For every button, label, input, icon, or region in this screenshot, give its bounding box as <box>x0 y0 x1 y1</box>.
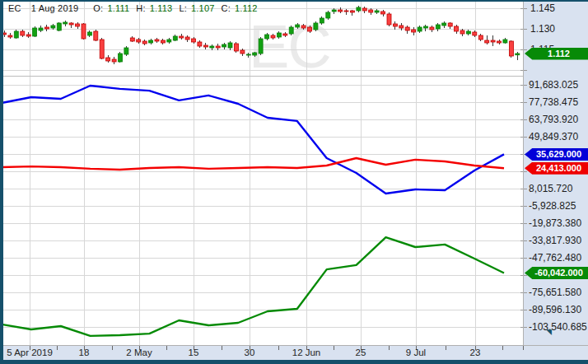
candle-down <box>455 26 459 31</box>
open-label: O: <box>93 3 103 13</box>
candle-down <box>460 30 464 34</box>
close-label: C: <box>222 3 231 13</box>
candle-down <box>308 27 312 31</box>
candle-down <box>412 30 416 32</box>
candle-down <box>448 23 452 26</box>
cot-tick-label: -5,928.825 <box>529 200 576 212</box>
bar-date: 1 Aug 2019 <box>31 3 79 13</box>
candle-down <box>44 27 49 29</box>
candle-down <box>478 35 483 40</box>
candle-down <box>497 41 502 43</box>
candle-down <box>338 10 343 12</box>
candle-up <box>442 23 446 26</box>
high-label: H: <box>136 3 145 13</box>
candle-down <box>283 34 287 35</box>
cot-tick-label: -47,762.480 <box>529 252 581 264</box>
cot-red-tag: 24,413.000 <box>525 162 588 175</box>
candle-up <box>124 48 128 54</box>
candle-up <box>320 18 324 23</box>
candle-up <box>228 43 232 48</box>
open-value: 1.111 <box>107 3 129 13</box>
chart-window: EC EC1 Aug 2019O:1.111H:1.113L:1.107C:1.… <box>0 0 588 364</box>
candle-down <box>216 46 220 48</box>
window-border-top <box>0 0 588 2</box>
candle-up <box>516 54 520 55</box>
last-price-tag: 1.112 <box>525 48 588 60</box>
candle-down <box>271 35 275 38</box>
candle-down <box>393 24 397 26</box>
candle-up <box>418 27 422 31</box>
candle-up <box>326 12 330 18</box>
candle-down <box>240 50 245 54</box>
candle-down <box>185 37 189 40</box>
candle-up <box>87 32 91 35</box>
candle-down <box>180 36 184 38</box>
window-border-left <box>0 0 3 364</box>
candle-up <box>503 40 507 43</box>
candle-up <box>51 26 55 28</box>
candle-down <box>344 11 348 12</box>
cot-tick-label: -75,651.580 <box>529 287 581 298</box>
candle-down <box>82 24 86 39</box>
close-value: 1.112 <box>235 3 258 13</box>
candle-up <box>289 27 293 34</box>
high-value: 1.113 <box>150 3 173 13</box>
candle-up <box>375 11 379 12</box>
candle-down <box>399 26 404 28</box>
price-axis-divider <box>523 2 524 346</box>
scale-pointer-icon[interactable]: ◥ <box>546 329 552 336</box>
candle-down <box>69 23 73 25</box>
candle-up <box>173 36 177 40</box>
candle-down <box>161 40 165 43</box>
ohlc-header: EC1 Aug 2019O:1.111H:1.113L:1.107C:1.112 <box>8 3 258 13</box>
candle-down <box>430 27 434 30</box>
candle-up <box>149 40 153 43</box>
candle-down <box>509 41 513 56</box>
candle-up <box>436 25 440 29</box>
candle-down <box>100 40 104 58</box>
candle-up <box>265 35 269 39</box>
candle-up <box>314 23 318 30</box>
candle-down <box>203 45 208 47</box>
price-tick-label: 1.130 <box>530 23 555 35</box>
candle-down <box>387 14 391 25</box>
candle-up <box>119 54 123 62</box>
candle-up <box>357 7 361 11</box>
candle-up <box>332 10 336 12</box>
candle-up <box>167 40 171 42</box>
candle-down <box>137 40 141 42</box>
candle-up <box>424 26 428 28</box>
candle-down <box>21 31 25 35</box>
candle-down <box>112 59 116 62</box>
low-value: 1.107 <box>191 3 215 13</box>
candle-down <box>106 58 110 61</box>
candle-up <box>466 31 470 34</box>
candle-down <box>473 32 477 35</box>
candle-up <box>63 22 68 24</box>
candle-up <box>222 44 226 47</box>
candle-down <box>350 11 354 12</box>
candle-down <box>192 39 196 42</box>
date-tick-label: 23 <box>438 348 512 357</box>
candle-down <box>94 31 98 40</box>
candle-down <box>485 40 489 43</box>
candle-down <box>198 42 202 46</box>
window-border-bottom <box>0 360 588 364</box>
candle-down <box>76 24 80 26</box>
candle-down <box>491 40 495 42</box>
cot-tick-label: 63,793.920 <box>529 114 578 125</box>
candle-down <box>26 35 30 36</box>
chart-canvas[interactable]: EC <box>0 0 588 364</box>
price-tick-label: 1.145 <box>530 2 555 14</box>
candle-up <box>253 53 257 55</box>
cot-tick-label: -19,873.380 <box>529 217 581 229</box>
candle-up <box>246 54 250 55</box>
candle-up <box>259 39 263 54</box>
cot-tick-label: -89,596.130 <box>529 304 581 315</box>
candle-up <box>277 33 281 37</box>
candle-up <box>57 23 61 30</box>
candle-down <box>8 35 12 37</box>
candle-up <box>14 31 18 38</box>
candle-down <box>405 27 409 30</box>
cot-tick-label: 91,683.025 <box>529 79 578 91</box>
